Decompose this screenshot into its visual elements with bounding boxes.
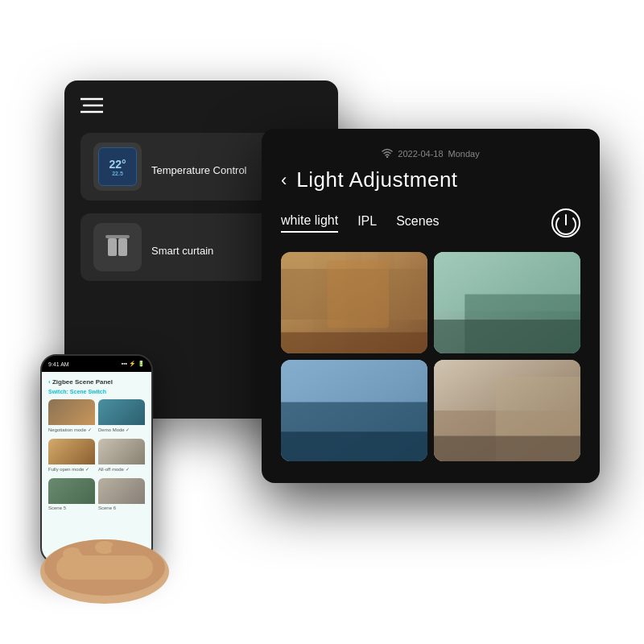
svg-rect-23 (434, 436, 580, 462)
phone-scene-grid: Negotiation mode ✓ Demo Mode ✓ Fully ope… (48, 399, 145, 514)
curtain-name: Smart curtain (151, 245, 270, 257)
thermostat-icon-box: 22° 22.5 (93, 142, 142, 191)
status-bar: 2022-04-18 Monday (281, 148, 580, 159)
main-container: 22° 22.5 Temperature Control Smart curta… (0, 0, 644, 644)
phone-subtitle: Switch: Scene Switch (48, 389, 145, 394)
svg-rect-4 (108, 238, 117, 256)
panel-title-row: ‹ Light Adjustment (281, 167, 580, 192)
wifi-status-icon (382, 148, 393, 159)
phone-app-header: ‹ Zigbee Scene Panel (48, 378, 145, 386)
scene-3-inner (281, 360, 427, 461)
tab-white-light[interactable]: white light (281, 213, 338, 233)
hand-illustration (32, 507, 177, 604)
panel-header (80, 97, 322, 117)
scene-grid (281, 252, 580, 461)
phone-time: 9:41 AM (48, 361, 69, 367)
svg-rect-15 (434, 320, 580, 353)
front-light-panel: 2022-04-18 Monday ‹ Light Adjustment whi… (262, 129, 600, 483)
phone-scene-1-label: Negotiation mode ✓ (48, 425, 95, 434)
phone-container: 9:41 AM ▪▪▪ ⚡ 🔋 ‹ Zigbee Scene Panel Swi… (40, 354, 173, 580)
phone-scene-3-label: Fully open mode ✓ (48, 464, 95, 473)
power-button[interactable] (551, 208, 580, 237)
svg-point-30 (111, 543, 130, 555)
back-arrow-icon[interactable]: ‹ (281, 170, 287, 191)
scene-card-3[interactable] (281, 360, 427, 461)
scene-card-2[interactable] (434, 252, 580, 353)
curtain-icon (101, 231, 134, 263)
scene-card-4[interactable] (434, 360, 580, 461)
date-text: 2022-04-18 (398, 149, 443, 159)
svg-rect-3 (105, 235, 130, 238)
phone-header-text: Zigbee Scene Panel (52, 378, 113, 386)
phone-scene-3[interactable]: Fully open mode ✓ (48, 439, 95, 475)
phone-status-bar: 9:41 AM ▪▪▪ ⚡ 🔋 (42, 356, 151, 372)
tab-ipl[interactable]: IPL (357, 214, 377, 232)
phone-scene-4-label: All-off mode ✓ (98, 464, 145, 473)
scene-1-inner (281, 252, 427, 353)
svg-rect-11 (281, 332, 427, 353)
svg-rect-19 (281, 431, 427, 461)
panel-title: Light Adjustment (296, 167, 457, 192)
phone-scene-4[interactable]: All-off mode ✓ (98, 439, 145, 475)
temperature-info: Temperature Control (151, 158, 270, 176)
day-text: Monday (448, 149, 480, 159)
svg-rect-17 (281, 360, 427, 402)
phone-scene-2-label: Demo Mode ✓ (98, 425, 145, 434)
scene-2-inner (434, 252, 580, 353)
tab-scenes[interactable]: Scenes (396, 214, 439, 232)
scene-4-inner (434, 360, 580, 461)
phone-scene-1[interactable]: Negotiation mode ✓ (48, 399, 95, 436)
thermostat-temp: 22° (109, 158, 126, 171)
tabs-row: white light IPL Scenes (281, 208, 580, 237)
svg-rect-10 (327, 261, 389, 328)
curtain-info: Smart curtain (151, 238, 270, 257)
svg-rect-5 (118, 238, 127, 256)
scene-card-1[interactable] (281, 252, 427, 353)
phone-scene-2[interactable]: Demo Mode ✓ (98, 399, 145, 436)
temperature-name: Temperature Control (151, 164, 270, 176)
thermostat-display: 22° 22.5 (98, 147, 137, 186)
hamburger-icon[interactable] (80, 97, 103, 117)
curtain-icon-box (93, 223, 142, 271)
svg-point-7 (386, 156, 388, 158)
phone-signal: ▪▪▪ ⚡ 🔋 (122, 361, 145, 367)
